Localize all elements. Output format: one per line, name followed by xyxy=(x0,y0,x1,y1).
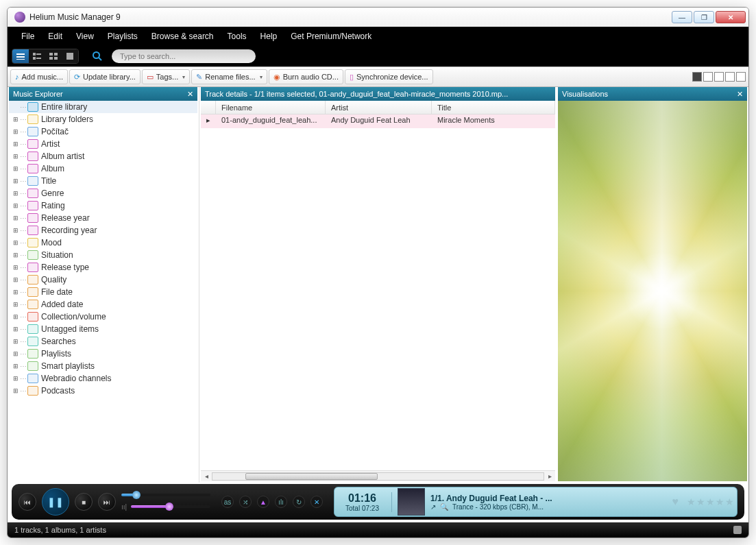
expand-icon[interactable]: ⊞ xyxy=(12,190,20,197)
favorite-icon[interactable]: ♥ xyxy=(672,496,679,508)
tree-item-artist[interactable]: ⊞⋯Artist xyxy=(9,138,197,150)
tree-item-untagged-items[interactable]: ⊞⋯Untagged items xyxy=(9,323,197,335)
tree-item-album-artist[interactable]: ⊞⋯Album artist xyxy=(9,150,197,162)
visualisations-close-icon[interactable]: ✕ xyxy=(737,90,743,99)
menu-get-premium-network[interactable]: Get Premium/Network xyxy=(284,29,378,44)
tree-item-release-year[interactable]: ⊞⋯Release year xyxy=(9,212,197,224)
expand-icon[interactable]: ⊞ xyxy=(12,350,20,357)
lookup-icon[interactable]: 🔍 xyxy=(440,503,448,511)
expand-icon[interactable]: ⊞ xyxy=(12,375,20,382)
add-music-button[interactable]: ♪Add music... xyxy=(10,69,68,84)
layout-preset-2[interactable] xyxy=(703,72,713,82)
update-library-button[interactable]: ⟳Update library... xyxy=(69,69,141,84)
th-artist[interactable]: Artist xyxy=(326,101,432,114)
repeat-icon[interactable]: ↻ xyxy=(293,496,305,508)
expand-icon[interactable]: ⊞ xyxy=(12,153,20,160)
tree-item-quality[interactable]: ⊞⋯Quality xyxy=(9,274,197,286)
rename-files-button[interactable]: ✎Rename files...▾ xyxy=(191,69,267,84)
table-row[interactable]: ▸ 01-andy_duguid_feat_leah... Andy Dugui… xyxy=(201,114,555,128)
expand-icon[interactable]: ⊞ xyxy=(12,338,20,345)
volume-slider[interactable] xyxy=(131,505,210,508)
tree-item-playlists[interactable]: ⊞⋯Playlists xyxy=(9,348,197,360)
menu-file[interactable]: File xyxy=(14,29,41,44)
menu-tools[interactable]: Tools xyxy=(221,29,254,44)
tree-item-smart-playlists[interactable]: ⊞⋯Smart playlists xyxy=(9,360,197,372)
scroll-left-icon[interactable]: ◂ xyxy=(201,472,212,480)
scroll-thumb[interactable] xyxy=(245,473,378,480)
play-pause-button[interactable]: ❚❚ xyxy=(42,488,69,516)
tree-item-release-type[interactable]: ⊞⋯Release type xyxy=(9,261,197,274)
th-filename[interactable]: Filename xyxy=(216,101,326,114)
expand-icon[interactable]: ⊞ xyxy=(12,264,20,271)
equalizer-icon[interactable]: ılı xyxy=(275,496,287,508)
shuffle-icon[interactable]: ⤮ xyxy=(239,496,252,508)
tree-item-rating[interactable]: ⊞⋯Rating xyxy=(9,199,197,212)
tree-item-added-date[interactable]: ⊞⋯Added date xyxy=(9,298,197,311)
expand-icon[interactable]: ⊞ xyxy=(12,252,20,258)
minimize-button[interactable]: — xyxy=(672,11,692,23)
tree-item-po-ta-[interactable]: ⊞⋯Počítač xyxy=(9,125,197,138)
view-grid-icon[interactable] xyxy=(45,49,62,63)
close-button[interactable]: ✕ xyxy=(716,11,746,23)
tree-item-library-folders[interactable]: ⊞⋯Library folders xyxy=(9,113,197,125)
tree-item-situation[interactable]: ⊞⋯Situation xyxy=(9,249,197,261)
expand-icon[interactable]: ⊞ xyxy=(12,215,20,221)
sync-device-button[interactable]: ▯Synchronize device... xyxy=(345,69,433,84)
tree-item-mood[interactable]: ⊞⋯Mood xyxy=(9,237,197,249)
progress-slider[interactable] xyxy=(121,494,210,496)
expand-icon[interactable]: ⊞ xyxy=(12,326,20,332)
th-title[interactable]: Title xyxy=(432,101,555,114)
star-icon[interactable]: ★ xyxy=(706,496,715,507)
tree-item-title[interactable]: ⊞⋯Title xyxy=(9,175,197,187)
star-icon[interactable]: ★ xyxy=(725,496,734,507)
layout-preset-5[interactable] xyxy=(736,72,746,82)
stop-button[interactable]: ■ xyxy=(75,493,93,511)
menu-playlists[interactable]: Playlists xyxy=(101,29,145,44)
tree-item-webradio-channels[interactable]: ⊞⋯Webradio channels xyxy=(9,372,197,385)
tree-item-entire-library[interactable]: ⋯Entire library xyxy=(9,101,197,113)
view-card-icon[interactable] xyxy=(62,49,78,63)
expand-icon[interactable]: ⊞ xyxy=(12,178,20,184)
tags-button[interactable]: ▭Tags...▾ xyxy=(142,69,190,84)
horizontal-scrollbar[interactable]: ◂ ▸ xyxy=(201,470,555,481)
star-icon[interactable]: ★ xyxy=(696,496,705,507)
tree-item-genre[interactable]: ⊞⋯Genre xyxy=(9,187,197,199)
explorer-close-icon[interactable]: ✕ xyxy=(187,90,193,99)
expand-icon[interactable]: ⊞ xyxy=(12,165,20,172)
burn-cd-button[interactable]: ◉Burn audio CD... xyxy=(269,69,343,84)
expand-icon[interactable]: ⊞ xyxy=(12,202,20,209)
expand-icon[interactable]: ⊞ xyxy=(12,116,20,123)
layout-preset-1[interactable] xyxy=(692,72,702,82)
expand-icon[interactable]: ⊞ xyxy=(12,313,20,320)
expand-icon[interactable]: ⊞ xyxy=(12,239,20,246)
maximize-button[interactable]: ❐ xyxy=(694,11,714,23)
expand-icon[interactable]: ⊞ xyxy=(12,387,20,394)
album-art[interactable] xyxy=(398,488,425,516)
menu-browse-search[interactable]: Browse & search xyxy=(145,29,221,44)
tree-item-recording-year[interactable]: ⊞⋯Recording year xyxy=(9,224,197,237)
expand-icon[interactable]: ⊞ xyxy=(12,128,20,135)
expand-icon[interactable]: ⊞ xyxy=(12,276,20,283)
expand-icon[interactable]: ⊞ xyxy=(12,289,20,295)
search-icon[interactable] xyxy=(91,50,103,62)
layout-preset-4[interactable] xyxy=(725,72,735,82)
prev-button[interactable]: ⏮ xyxy=(19,493,36,511)
expand-icon[interactable]: ⊞ xyxy=(12,227,20,234)
tree-item-album[interactable]: ⊞⋯Album xyxy=(9,162,197,175)
flame-icon[interactable]: ▲ xyxy=(257,496,269,508)
tree-item-podcasts[interactable]: ⊞⋯Podcasts xyxy=(9,385,197,397)
menu-edit[interactable]: Edit xyxy=(41,29,69,44)
lastfm-icon[interactable]: as xyxy=(221,496,234,508)
star-icon[interactable]: ★ xyxy=(687,496,696,507)
expand-icon[interactable]: ⊞ xyxy=(12,141,20,147)
crossfade-icon[interactable]: ✕ xyxy=(310,496,323,508)
search-input[interactable] xyxy=(112,49,256,63)
rating-stars[interactable]: ★★★★★ xyxy=(687,496,734,507)
star-icon[interactable]: ★ xyxy=(716,496,724,507)
view-list-icon[interactable] xyxy=(12,49,29,63)
expand-icon[interactable]: ⊞ xyxy=(12,301,20,308)
tree-item-searches[interactable]: ⊞⋯Searches xyxy=(9,335,197,348)
tree-item-collection-volume[interactable]: ⊞⋯Collection/volume xyxy=(9,311,197,323)
expand-icon[interactable]: ⊞ xyxy=(12,363,20,370)
database-icon[interactable] xyxy=(733,526,742,534)
